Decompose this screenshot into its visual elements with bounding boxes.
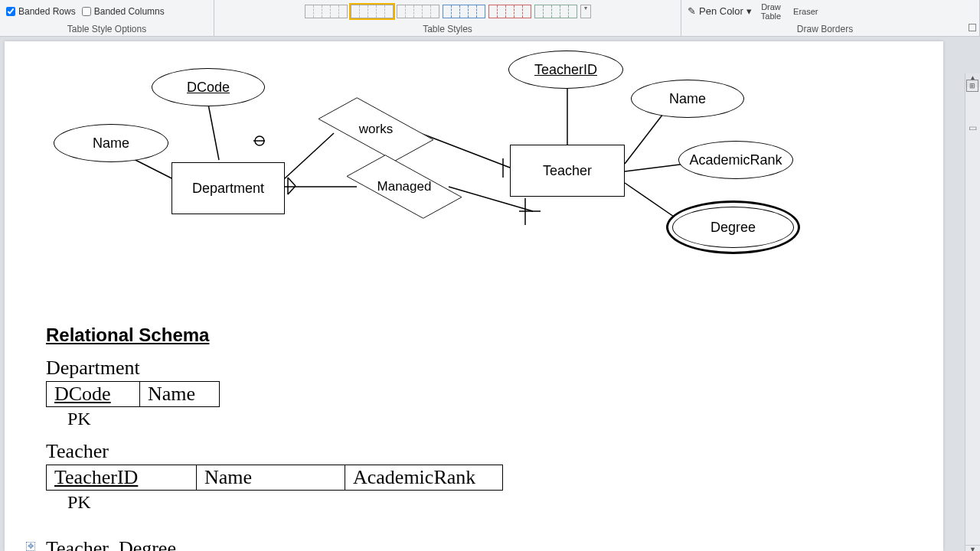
gallery-more-button[interactable]: ▾ xyxy=(580,5,591,18)
entity-department: Department xyxy=(172,162,285,214)
rel-works: works xyxy=(322,103,430,156)
er-diagram: DCode Name Department works Managed Teac… xyxy=(5,41,943,286)
rel-managed: Managed xyxy=(351,160,458,214)
table-name-department: Department xyxy=(46,357,902,380)
ribbon-section-label: Table Styles xyxy=(214,22,681,36)
ribbon-section-label: Table Style Options xyxy=(0,22,214,36)
scroll-down-button[interactable]: ▼ xyxy=(965,545,980,551)
attr-teacherid: TeacherID xyxy=(508,51,623,89)
ribbon: Banded Rows Banded Columns Table Style O… xyxy=(0,0,980,37)
table-style-gallery[interactable]: ▾ xyxy=(305,5,591,18)
schema-table-department[interactable]: DCodeName xyxy=(46,381,220,407)
svg-line-16 xyxy=(288,178,296,186)
entity-teacher: Teacher xyxy=(510,145,625,197)
banded-cols-checkbox[interactable]: Banded Columns xyxy=(82,6,165,17)
svg-line-0 xyxy=(207,100,219,160)
options-icon[interactable]: ⊞ xyxy=(966,80,978,92)
attr-academic-rank: AcademicRank xyxy=(678,141,793,179)
attr-dcode: DCode xyxy=(152,68,265,106)
schema-table-teacher[interactable]: TeacherIDNameAcademicRank xyxy=(46,465,503,491)
svg-line-8 xyxy=(625,164,686,171)
heading-relational-schema: Relational Schema xyxy=(46,324,902,346)
pk-label: PK xyxy=(67,492,902,513)
draw-table-button[interactable]: Draw Table xyxy=(758,2,784,21)
ruler-toggle-icon[interactable]: ▭ xyxy=(966,122,978,135)
attr-name-dept: Name xyxy=(54,124,168,162)
attr-name-teacher: Name xyxy=(631,80,744,118)
svg-line-7 xyxy=(625,114,663,164)
pen-icon: ✎ xyxy=(688,5,696,17)
table-anchor-icon[interactable]: ✥ xyxy=(26,542,35,551)
pen-color-dropdown[interactable]: ✎ Pen Color ▾ xyxy=(688,5,752,17)
ribbon-section-label: Draw Borders xyxy=(681,22,969,36)
eraser-button[interactable]: Eraser xyxy=(790,7,821,16)
chevron-down-icon: ▾ xyxy=(746,5,752,17)
table-name-teacher: Teacher xyxy=(46,440,902,463)
table-name-teacher-degree: Teacher_Degree xyxy=(46,537,902,551)
banded-rows-checkbox[interactable]: Banded Rows xyxy=(6,6,76,17)
vertical-scrollbar[interactable]: ▲ ▼ ± ○ ∓ xyxy=(965,73,980,551)
pk-label: PK xyxy=(67,409,902,429)
attr-degree: Degree xyxy=(666,201,800,254)
document-page: DCode Name Department works Managed Teac… xyxy=(5,41,943,551)
dialog-launcher[interactable] xyxy=(969,24,976,31)
